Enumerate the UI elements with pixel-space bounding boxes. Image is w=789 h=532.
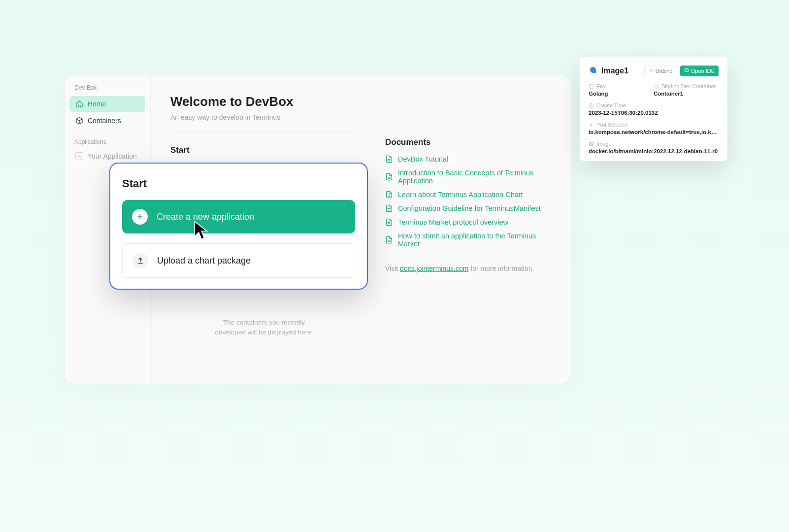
svg-rect-2 (685, 69, 689, 72)
svg-point-6 (591, 124, 592, 126)
recent-hint-line: developed will be displayed here. (185, 328, 343, 337)
unlink-icon (649, 68, 654, 74)
recent-hint-line: The containers you recently (185, 318, 343, 328)
document-icon (385, 173, 393, 181)
document-icon (385, 204, 393, 212)
svg-point-4 (655, 84, 658, 88)
docs-link[interactable]: docs.jointerminus.com (400, 265, 468, 272)
container-icon (589, 66, 597, 76)
document-label: How to sbmit an application to the Termi… (398, 232, 551, 248)
sidebar-item-label: Home (88, 100, 106, 108)
cube-icon (75, 117, 83, 125)
image-label: Image (589, 141, 719, 147)
unbind-label: Unbind (656, 68, 673, 74)
svg-rect-7 (589, 142, 593, 145)
pod-selector-value: io.kompose.network/chrome-default=true,i… (589, 129, 719, 135)
plus-icon (132, 209, 148, 225)
create-time-label: Create Time (589, 102, 719, 108)
document-link[interactable]: How to sbmit an application to the Termi… (385, 229, 551, 251)
document-link[interactable]: Configuration Guideline for TerminusMani… (385, 201, 551, 215)
upload-chart-button[interactable]: Upload a chart package (122, 243, 355, 278)
document-link[interactable]: DevBox Tutorial (385, 152, 551, 166)
document-label: DevBox Tutorial (398, 155, 448, 163)
open-ide-button[interactable]: Open IDE (680, 66, 719, 76)
app-badge-icon: A (75, 152, 83, 160)
page-title: Welcome to DevBox (170, 94, 358, 109)
home-icon (75, 100, 83, 108)
sidebar-item-your-application[interactable]: A Your Application (69, 148, 145, 164)
svg-point-1 (593, 70, 596, 73)
image-value: docker.io/bitnami/minio:2022.12.12-debia… (589, 148, 719, 154)
dev-container-value: Container1 (654, 91, 719, 97)
env-value: Golang (589, 91, 654, 97)
recent-containers-hint: The containers you recently developed wi… (170, 318, 358, 348)
create-time-value: 2023-12-15T06:30:20.013Z (589, 110, 719, 116)
ide-icon (684, 68, 689, 74)
document-icon (385, 218, 393, 226)
page-subtitle: An easy way to develop in Terminus (170, 113, 358, 121)
document-link[interactable]: Introduction to Basic Concepts of Termin… (385, 166, 551, 188)
env-label: Env (589, 83, 654, 89)
more-info-suffix: for more information. (468, 265, 534, 272)
detail-title: Image1 (601, 66, 628, 75)
sidebar-item-label: Your Application (88, 152, 137, 160)
svg-point-8 (590, 143, 591, 144)
document-link[interactable]: Terminus Market protocol overview (385, 215, 551, 229)
document-label: Configuration Guideline for TerminusMani… (398, 204, 541, 212)
start-popover: Start Create a new application Upload a … (109, 163, 368, 290)
open-ide-label: Open IDE (691, 68, 715, 74)
unbind-button[interactable]: Unbind (644, 66, 677, 76)
more-info: Visit docs.jointerminus.com for more inf… (385, 265, 551, 272)
image-detail-card: Image1 Unbind Open IDE Env Golang (580, 57, 727, 161)
dev-container-label: Binding Dev Container (654, 83, 719, 89)
more-info-prefix: Visit (385, 265, 400, 272)
document-label: Terminus Market protocol overview (398, 218, 508, 226)
documents-section-title: Documents (385, 137, 551, 147)
start-section-title: Start (170, 145, 358, 155)
document-label: Learn about Terminus Application Chart (398, 191, 523, 199)
sidebar-section-applications: Applications (69, 130, 145, 148)
document-icon (385, 236, 393, 244)
sidebar-title: Dev Box (69, 84, 145, 96)
start-popover-title: Start (122, 177, 355, 190)
document-link[interactable]: Learn about Terminus Application Chart (385, 188, 551, 201)
pod-selector-label: Pod Selector (589, 122, 719, 128)
document-icon (385, 155, 393, 163)
svg-rect-3 (590, 84, 593, 88)
sidebar-item-containers[interactable]: Containers (69, 113, 145, 129)
divider (170, 132, 358, 133)
document-icon (385, 191, 393, 199)
upload-chart-label: Upload a chart package (157, 256, 251, 266)
upload-icon (132, 253, 148, 268)
document-label: Introduction to Basic Concepts of Termin… (398, 169, 551, 185)
sidebar-item-home[interactable]: Home (69, 96, 145, 112)
cursor-pointer-icon (193, 220, 210, 242)
create-application-button[interactable]: Create a new application (122, 200, 355, 233)
column-right: Documents DevBox Tutorial Introduction t… (385, 94, 551, 369)
sidebar-item-label: Containers (88, 117, 121, 125)
